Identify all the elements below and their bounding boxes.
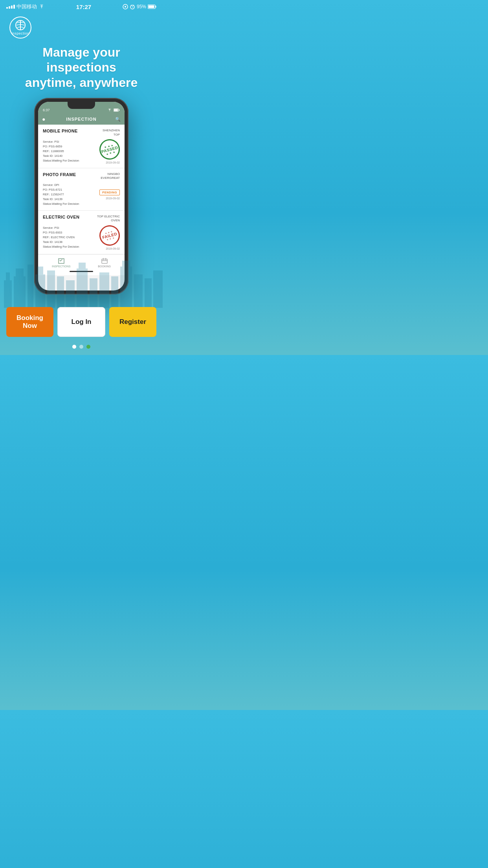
battery-label: 95%: [137, 4, 146, 9]
alarm-icon: [130, 4, 135, 9]
card-1-details: Service: PSI PO: PSS-6659 REF.: 11880095…: [43, 140, 79, 163]
card-3-right: ✕ ✕ ✕ FAILED ✕ ✕ ✕ 2019-09-02: [99, 225, 120, 250]
logo-text: inspection: [11, 31, 29, 35]
phone-search-icon: 🔍: [115, 117, 121, 122]
card-2-supplier: NINGBOEVERGREAT: [101, 172, 120, 180]
card-1-date: 2019-09-02: [106, 161, 120, 164]
bottom-buttons: Booking Now Log In Register: [0, 301, 163, 345]
status-left: 中国移动: [6, 3, 45, 10]
register-button[interactable]: Register: [109, 307, 156, 337]
inspection-card-2[interactable]: PHOTO FRAME NINGBOEVERGREAT Service: DPI…: [38, 168, 125, 211]
phone-nav-bar: ● INSPECTION 🔍: [38, 114, 125, 125]
status-right: 95%: [123, 4, 156, 9]
inspection-card-3[interactable]: ELECTRIC OVEN TOP ELECTRICOVEN Service: …: [38, 211, 125, 254]
lock-icon: [123, 4, 128, 9]
svg-rect-28: [122, 261, 130, 267]
hero-text: Manage your inspections anytime, anywher…: [0, 39, 163, 94]
phone-time: 6:37: [43, 108, 50, 112]
card-2-right: PENDING 2019-09-02: [99, 189, 120, 200]
wifi-icon: [39, 4, 45, 9]
svg-rect-15: [16, 268, 24, 276]
svg-rect-5: [149, 6, 154, 8]
status-time: 17:27: [76, 4, 91, 10]
logo-area: inspection: [0, 12, 163, 39]
logo-circle: inspection: [9, 17, 31, 39]
passed-stamp: ★ ★ ★ PASSED ★ ★ ★: [97, 137, 122, 162]
svg-point-1: [125, 6, 126, 7]
svg-rect-9: [119, 109, 120, 111]
logo-icon: [15, 20, 26, 31]
login-button[interactable]: Log In: [57, 307, 105, 337]
svg-rect-10: [114, 109, 118, 111]
svg-rect-23: [79, 263, 86, 268]
signal-icon: [6, 5, 15, 9]
svg-rect-4: [156, 6, 156, 8]
svg-rect-13: [6, 272, 10, 280]
battery-icon: [148, 4, 156, 9]
inspection-cards: MOBILE PHONE SHENZHENTOP Service: PSI PO…: [38, 125, 125, 254]
card-3-details: Service: PSI PO: PSS-6933 REF.: ELECTRIC…: [43, 226, 79, 249]
carrier-label: 中国移动: [17, 3, 37, 10]
booking-now-button[interactable]: Booking Now: [6, 307, 53, 337]
svg-rect-18: [37, 267, 43, 274]
card-1-supplier: SHENZHENTOP: [103, 129, 120, 137]
card-3-supplier: TOP ELECTRICOVEN: [97, 215, 120, 223]
phone-notch: [68, 102, 95, 109]
status-bar: 中国移动 17:27 95%: [0, 0, 163, 12]
failed-stamp: ✕ ✕ ✕ FAILED ✕ ✕ ✕: [97, 223, 122, 248]
card-2-date: 2019-09-02: [106, 197, 120, 200]
pagination-dots: [0, 345, 163, 355]
card-2-title: PHOTO FRAME: [43, 172, 76, 177]
skyline-background: [0, 249, 163, 308]
card-3-title: ELECTRIC OVEN: [43, 215, 79, 219]
phone-profile-icon: ●: [42, 116, 45, 122]
dot-2: [79, 345, 83, 349]
card-1-title: MOBILE PHONE: [43, 129, 78, 133]
inspection-card-1[interactable]: MOBILE PHONE SHENZHENTOP Service: PSI PO…: [38, 125, 125, 168]
card-2-details: Service: DPI PO: PSS-6721 REF.: 11562477…: [43, 183, 79, 206]
phone-battery-icon: [114, 108, 120, 112]
card-1-right: ★ ★ ★ PASSED ★ ★ ★ 2019-09-02: [99, 139, 120, 164]
phone-nav-title: INSPECTION: [66, 117, 96, 121]
pending-badge: PENDING: [99, 189, 120, 195]
phone-wifi-icon: [107, 108, 112, 112]
dot-3: [86, 345, 90, 349]
dot-1: [72, 345, 76, 349]
